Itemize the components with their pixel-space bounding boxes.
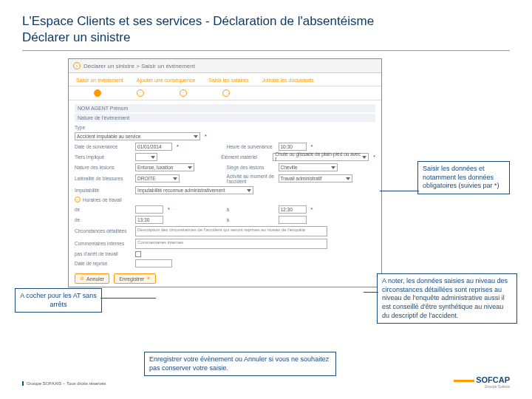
breadcrumb-text: Déclarer un sinistre > Saisir un événeme… <box>83 63 195 69</box>
de-label-2: de <box>75 217 132 222</box>
nature-lesions-select[interactable]: Entorse, luxation <box>135 163 194 171</box>
app-window: › Déclarer un sinistre > Saisir un événe… <box>68 58 382 287</box>
activite-label: Activité au moment de l'accident <box>227 174 276 184</box>
footer-logo: SOFCAP Groupe Sofaxis <box>454 375 510 389</box>
step-1-icon <box>94 89 101 97</box>
action-buttons: ⊘Annuler Enregistrer✶ <box>69 270 381 287</box>
tab-saisir-evenement[interactable]: Saisir un évènement <box>76 76 123 86</box>
lateralite-select[interactable]: DROITE <box>135 174 180 183</box>
a-label-2: à <box>227 217 276 222</box>
element-materiel-select[interactable]: Chute ou glissade de plain-pied ou avec … <box>273 153 369 161</box>
callout-circonstances: A noter, les données saisies au niveau d… <box>377 273 517 324</box>
required-icon: * <box>177 144 179 149</box>
annuler-button[interactable]: ⊘Annuler <box>75 273 109 284</box>
required-icon: * <box>311 144 313 149</box>
logo-bar-icon <box>454 380 474 382</box>
a-input-1[interactable]: 12:30 <box>279 205 307 214</box>
tiers-label: Tiers impliqué <box>75 154 132 160</box>
activite-select[interactable]: Travail administratif <box>279 174 352 183</box>
circonstances-textarea[interactable]: Description des circonstances de l'accid… <box>135 226 327 236</box>
siege-lesions-label: Siège des lésions <box>227 165 276 170</box>
commentaires-textarea[interactable]: Commentaires internes <box>135 239 327 249</box>
heure-survenance-label: Heure de survenance <box>227 144 276 149</box>
required-icon: * <box>205 134 207 139</box>
tiers-select[interactable] <box>135 153 157 161</box>
arrow-right-icon: › <box>73 62 81 69</box>
reprise-input[interactable] <box>135 259 172 267</box>
save-icon: ✶ <box>146 276 151 282</box>
horaires-subheader: − Horaires de travail <box>75 195 375 204</box>
de-label-1: de <box>75 207 132 212</box>
element-materiel-label: Élément matériel <box>221 154 270 160</box>
callout-required-fields: Saisir les données et notamment les donn… <box>417 161 510 194</box>
imputabilite-label: Imputabilité <box>75 188 132 193</box>
wizard-tabs: Saisir un évènement Ajouter une conséque… <box>69 73 381 86</box>
imputabilite-select[interactable]: Imputabilité reconnue administrativement <box>135 186 253 194</box>
a-label-1: à <box>227 207 276 212</box>
heure-survenance-input[interactable]: 10:30 <box>279 143 307 151</box>
breadcrumb: › Déclarer un sinistre > Saisir un événe… <box>69 59 381 73</box>
tab-saisir-salaires[interactable]: Saisir les salaires <box>208 76 248 86</box>
connector-line <box>364 292 378 293</box>
reprise-label: Date de reprise <box>75 261 132 266</box>
commentaires-label: Commentaires internes <box>75 241 132 246</box>
type-label: Type <box>75 125 132 130</box>
a-input-2[interactable] <box>279 216 307 224</box>
callout-buttons: Enregistrer votre évènement ou Annuler s… <box>144 352 336 376</box>
minus-icon[interactable]: − <box>75 197 81 202</box>
de-input-1[interactable] <box>135 205 163 214</box>
arret-label: pas d'arrêt de travail <box>75 251 132 256</box>
arret-checkbox[interactable] <box>135 251 141 257</box>
step-2-icon <box>137 89 144 97</box>
agent-name-header: NOM AGENT Prénom <box>75 104 375 112</box>
step-3-icon <box>180 89 187 97</box>
nature-lesions-label: Nature des lésions <box>75 165 132 170</box>
callout-checkbox: A cocher pour les AT sans arrêts <box>15 288 102 313</box>
tab-joindre-documents[interactable]: Joindre les documents <box>262 76 314 86</box>
date-survenance-label: Date de survenance <box>75 144 132 149</box>
de-input-2[interactable]: 13:30 <box>135 216 163 224</box>
lateralite-label: Latéralité de blessures <box>75 176 132 181</box>
connector-line <box>380 191 419 191</box>
required-icon: * <box>311 207 313 212</box>
enregistrer-button[interactable]: Enregistrer✶ <box>114 273 156 284</box>
siege-lesions-select[interactable]: Cheville <box>279 163 338 171</box>
connector-line <box>100 298 156 299</box>
section-nature-header: Nature de l'évènement <box>75 114 375 122</box>
title-line-1: L'Espace Clients et ses services - Décla… <box>22 14 374 28</box>
tab-ajouter-consequence[interactable]: Ajouter une conséquence <box>137 76 195 86</box>
required-icon: * <box>373 154 375 160</box>
page-title: L'Espace Clients et ses services - Décla… <box>22 13 510 51</box>
required-icon: * <box>168 207 170 212</box>
step-4-icon <box>222 89 230 97</box>
type-select[interactable]: Accident imputable au service <box>75 132 200 140</box>
date-survenance-input[interactable]: 01/01/2014 <box>135 143 172 151</box>
title-line-2: Déclarer un sinistre <box>22 30 130 44</box>
step-indicator <box>69 86 381 100</box>
circonstances-label: Circonstances détaillées <box>75 228 132 233</box>
footer-copyright: Groupe SOFAXIS – Tous droits réservés <box>22 381 106 386</box>
cancel-icon: ⊘ <box>80 276 84 282</box>
